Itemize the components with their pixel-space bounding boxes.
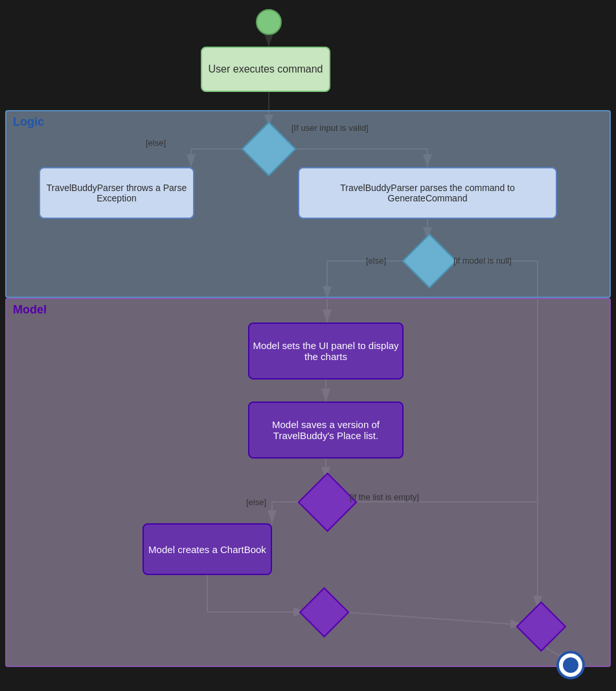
model-box2-label: Model saves a version of TravelBuddy's P… <box>249 419 402 441</box>
end-node <box>556 651 585 679</box>
logic-left-box: TravelBuddyParser throws a Parse Excepti… <box>39 167 194 219</box>
label-model-null: [if model is null] <box>453 256 512 266</box>
model-box1-label: Model sets the UI panel to display the c… <box>249 340 402 362</box>
model-box3: Model creates a ChartBook <box>143 523 272 575</box>
logic-section-label: Logic <box>13 115 44 129</box>
logic-right-box: TravelBuddyParser parses the command to … <box>298 167 557 219</box>
label-list-empty: [if the list is empty] <box>350 492 419 502</box>
label-else-model: [else] <box>246 497 266 507</box>
user-command-box: User executes command <box>201 47 330 92</box>
model-section-label: Model <box>13 303 47 317</box>
logic-right-label: TravelBuddyParser parses the command to … <box>299 183 556 203</box>
label-else-top: [else] <box>146 138 166 148</box>
end-node-inner <box>563 657 578 673</box>
label-valid: [If user input is valid] <box>291 123 369 133</box>
logic-left-label: TravelBuddyParser throws a Parse Excepti… <box>40 183 193 203</box>
user-command-label: User executes command <box>209 63 323 75</box>
diagram-container: User executes command Logic [else] [If u… <box>0 0 616 691</box>
model-box1: Model sets the UI panel to display the c… <box>248 323 404 379</box>
model-box3-label: Model creates a ChartBook <box>148 544 266 555</box>
label-else-bottom: [else] <box>366 256 386 266</box>
model-box2: Model saves a version of TravelBuddy's P… <box>248 402 404 459</box>
start-node <box>256 9 282 35</box>
